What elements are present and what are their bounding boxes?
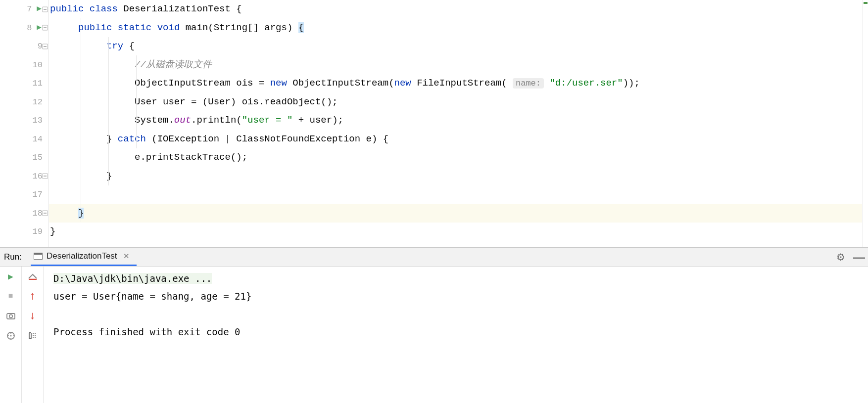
brace-matched: {: [298, 22, 304, 33]
field: out: [174, 115, 191, 126]
code-editor[interactable]: 7▶ 8▶ 9 10 11 12 13 14 15 16 17 18 19 pu…: [0, 0, 868, 247]
kw: public: [78, 22, 112, 33]
code: (IOException | ClassNotFoundException e)…: [146, 134, 388, 144]
run-body: ▶ ■ ↑ ↓ D:\Java\jdk\bin\java.exe ... use…: [0, 267, 868, 403]
code: [544, 78, 549, 89]
class-name: DeserializationTest: [123, 3, 231, 14]
line-number: 7: [18, 0, 32, 19]
line-number: 9: [29, 37, 43, 56]
code: ));: [623, 78, 640, 89]
comment: //从磁盘读取文件: [135, 59, 212, 70]
kw: class: [90, 3, 118, 14]
line-number: 13: [29, 111, 43, 130]
scroll-to-end-icon[interactable]: [28, 271, 38, 281]
run-header: Run: DeserializationTest ✕ ⚙ —: [0, 248, 868, 267]
brace: }: [50, 226, 55, 237]
line-number: 11: [29, 74, 43, 93]
string: "d:/user.ser": [549, 78, 623, 89]
run-gutter-icon[interactable]: ▶: [37, 19, 42, 38]
brace: {: [129, 41, 135, 51]
exit-icon[interactable]: [6, 331, 16, 341]
string: "user = ": [242, 115, 293, 126]
run-tool-window: Run: DeserializationTest ✕ ⚙ — ▶ ■ ↑ ↓ D…: [0, 247, 868, 403]
brace: {: [236, 3, 241, 14]
dump-threads-icon[interactable]: [6, 311, 16, 321]
code: ObjectInputStream ois =: [135, 78, 270, 89]
fold-icon[interactable]: [42, 44, 48, 49]
param-hint: name:: [513, 78, 544, 89]
console-line: Process finished with exit code 0: [53, 326, 241, 337]
console-output[interactable]: D:\Java\jdk\bin\java.exe ... user = User…: [44, 267, 868, 403]
fold-icon[interactable]: [42, 173, 48, 179]
line-number: 10: [29, 56, 43, 75]
down-arrow-icon[interactable]: ↓: [28, 311, 38, 321]
run-tab[interactable]: DeserializationTest ✕: [31, 248, 137, 266]
run-tab-title: DeserializationTest: [47, 251, 117, 261]
line-number: 18: [29, 204, 43, 223]
console-line: user = User{name = shang, age = 21}: [53, 291, 251, 302]
svg-point-1: [9, 314, 12, 317]
fold-icon[interactable]: [42, 25, 48, 31]
code-text[interactable]: public class DeserializationTest { publi…: [48, 0, 862, 247]
line-number: 8: [18, 19, 32, 38]
svg-point-3: [10, 335, 11, 337]
brace: }: [106, 171, 112, 181]
soft-wrap-icon[interactable]: [28, 331, 38, 341]
code: FileInputStream(: [411, 78, 513, 89]
code: System.: [135, 115, 174, 126]
kw: void: [157, 22, 180, 33]
run-toolbar-left: ▶ ■: [0, 267, 22, 403]
kw: catch: [118, 134, 146, 144]
kw: new: [270, 78, 287, 89]
code: User user = (User) ois.readObject();: [135, 96, 338, 107]
line-number: 16: [29, 167, 43, 186]
marker-stripe[interactable]: [862, 0, 868, 247]
console-command: D:\Java\jdk\bin\java.exe ...: [53, 273, 212, 284]
fold-icon[interactable]: [42, 210, 48, 216]
run-label: Run:: [4, 252, 22, 262]
fold-icon[interactable]: [42, 6, 48, 12]
line-number: 15: [29, 148, 43, 167]
application-icon: [34, 253, 43, 260]
stop-icon[interactable]: ■: [6, 291, 16, 301]
line-number: 17: [29, 185, 43, 204]
method-name: main: [186, 22, 208, 33]
code: ObjectInputStream(: [287, 78, 394, 89]
hide-icon[interactable]: —: [850, 250, 868, 264]
code: e.printStackTrace();: [135, 152, 247, 163]
line-number: 12: [29, 93, 43, 112]
line-number: 14: [29, 130, 43, 149]
kw: public: [50, 3, 84, 14]
close-icon[interactable]: ✕: [121, 252, 132, 261]
editor-gutter: 7▶ 8▶ 9 10 11 12 13 14 15 16 17 18 19: [0, 0, 48, 247]
gear-icon[interactable]: ⚙: [831, 251, 850, 263]
code: .println(: [191, 115, 242, 126]
params: (String[] args): [208, 22, 298, 33]
code: + user);: [292, 115, 343, 126]
kw: new: [394, 78, 411, 89]
rerun-icon[interactable]: ▶: [6, 271, 16, 281]
kw: try: [106, 41, 123, 51]
ok-marker-icon: [864, 2, 868, 4]
up-arrow-icon[interactable]: ↑: [28, 291, 38, 301]
run-toolbar-right: ↑ ↓: [22, 267, 44, 403]
kw: static: [118, 22, 151, 33]
line-number: 19: [29, 223, 43, 241]
run-gutter-icon[interactable]: ▶: [37, 0, 42, 19]
